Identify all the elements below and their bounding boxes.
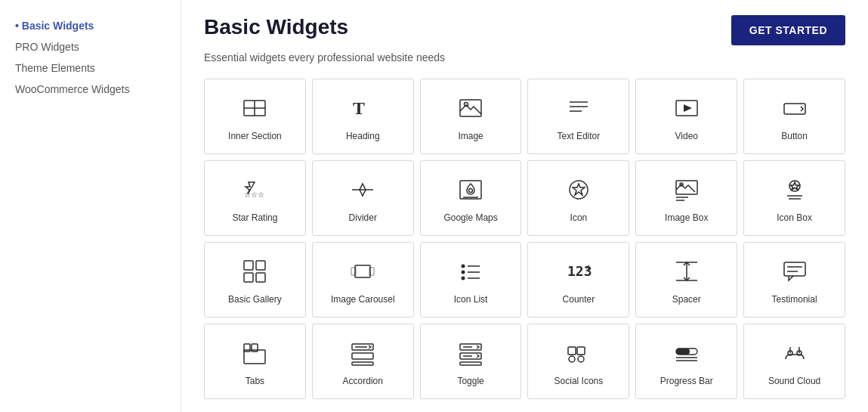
tabs-icon — [239, 338, 270, 368]
svg-rect-60 — [460, 362, 481, 365]
svg-rect-66 — [676, 348, 690, 355]
divider-icon — [348, 175, 378, 205]
widget-label-spacer: Spacer — [672, 294, 701, 306]
widget-card-image-box[interactable]: Image Box — [635, 160, 737, 236]
widget-label-icon-list: Icon List — [454, 294, 488, 306]
google-maps-icon — [456, 175, 486, 205]
svg-rect-46 — [784, 262, 805, 276]
widget-card-star-rating[interactable]: ☆☆☆Star Rating — [204, 160, 306, 236]
widget-label-progress-bar: Progress Bar — [660, 376, 713, 388]
widget-label-button: Button — [781, 131, 808, 143]
svg-rect-11 — [784, 104, 805, 114]
sidebar-item-basic-widgets[interactable]: Basic Widgets — [15, 15, 165, 36]
widget-card-counter[interactable]: 123Counter — [527, 242, 629, 318]
counter-icon: 123 — [564, 256, 594, 287]
svg-rect-61 — [568, 347, 576, 355]
svg-rect-33 — [355, 265, 370, 277]
widget-label-image-box: Image Box — [665, 212, 708, 225]
subtitle: Essential widgets every professional web… — [204, 51, 845, 64]
sound-cloud-icon — [780, 338, 810, 368]
widget-card-testimonial[interactable]: Testimonial — [743, 242, 845, 318]
widget-card-spacer[interactable]: Spacer — [635, 242, 737, 318]
widget-label-inner-section: Inner Section — [228, 131, 282, 143]
svg-point-17 — [469, 189, 473, 193]
social-icons-icon — [564, 338, 594, 368]
widget-card-basic-gallery[interactable]: Basic Gallery — [204, 242, 306, 318]
svg-rect-31 — [244, 273, 253, 282]
widget-label-image: Image — [458, 131, 483, 143]
widget-card-inner-section[interactable]: Inner Section — [204, 79, 306, 154]
heading-icon: T — [348, 93, 378, 123]
accordion-icon — [348, 338, 378, 368]
svg-rect-29 — [244, 261, 253, 270]
svg-rect-30 — [256, 261, 265, 270]
widget-card-icon-box[interactable]: Icon Box — [743, 160, 845, 236]
text-editor-icon — [564, 93, 594, 123]
svg-text:T: T — [353, 98, 365, 118]
widget-label-basic-gallery: Basic Gallery — [228, 294, 282, 306]
widget-card-heading[interactable]: THeading — [312, 79, 414, 154]
svg-marker-20 — [573, 184, 585, 195]
icon-icon — [564, 175, 594, 205]
widget-label-google-maps: Google Maps — [443, 212, 497, 225]
svg-point-63 — [569, 356, 575, 362]
widget-card-social-icons[interactable]: Social Icons — [527, 324, 629, 399]
progress-bar-icon — [672, 338, 702, 368]
svg-point-40 — [462, 277, 465, 280]
sidebar-item-woocommerce-widgets[interactable]: WooCommerce Widgets — [15, 79, 165, 100]
svg-rect-55 — [352, 362, 373, 365]
widget-label-icon-box: Icon Box — [777, 212, 812, 225]
widget-card-tabs[interactable]: Tabs — [204, 324, 306, 399]
widget-label-testimonial: Testimonial — [772, 294, 817, 306]
svg-marker-26 — [790, 182, 799, 190]
widget-label-counter: Counter — [563, 294, 595, 306]
svg-point-36 — [462, 265, 465, 268]
basic-gallery-icon — [239, 256, 270, 287]
widget-card-icon[interactable]: Icon — [527, 160, 629, 236]
widget-label-toggle: Toggle — [457, 376, 483, 388]
widget-label-heading: Heading — [346, 131, 380, 143]
widget-label-video: Video — [675, 131, 698, 143]
button-icon — [780, 93, 810, 123]
sidebar-item-pro-widgets[interactable]: PRO Widgets — [15, 36, 165, 57]
widget-card-text-editor[interactable]: Text Editor — [527, 79, 629, 154]
widget-card-button[interactable]: Button — [743, 79, 845, 154]
widget-card-sound-cloud[interactable]: Sound Cloud — [743, 324, 845, 399]
svg-point-38 — [462, 271, 465, 274]
star-rating-icon: ☆☆☆ — [239, 175, 270, 205]
svg-rect-32 — [256, 273, 265, 282]
icon-list-icon — [456, 256, 486, 287]
toggle-icon — [456, 338, 486, 368]
sidebar: Basic WidgetsPRO WidgetsTheme ElementsWo… — [0, 0, 181, 412]
sidebar-item-theme-elements[interactable]: Theme Elements — [15, 57, 165, 79]
page-title: Basic Widgets — [204, 15, 348, 39]
inner-section-icon — [239, 93, 270, 123]
widget-card-video[interactable]: Video — [635, 79, 737, 154]
widget-card-divider[interactable]: Divider — [312, 160, 414, 236]
widget-grid: Inner SectionTHeadingImageText EditorVid… — [204, 79, 845, 399]
image-box-icon — [672, 175, 702, 205]
svg-rect-54 — [352, 353, 373, 359]
widget-label-star-rating: Star Rating — [232, 212, 277, 225]
svg-text:☆☆☆: ☆☆☆ — [244, 191, 264, 199]
widget-label-tabs: Tabs — [246, 376, 264, 388]
widget-label-sound-cloud: Sound Cloud — [768, 376, 820, 388]
widget-label-icon: Icon — [570, 212, 588, 225]
widget-card-progress-bar[interactable]: Progress Bar — [635, 324, 737, 399]
widget-card-image[interactable]: Image — [420, 79, 522, 154]
get-started-button[interactable]: GET STARTED — [731, 15, 845, 45]
widget-label-social-icons: Social Icons — [554, 376, 604, 388]
svg-text:123: 123 — [567, 263, 592, 279]
widget-card-toggle[interactable]: Toggle — [420, 324, 522, 399]
image-carousel-icon — [348, 256, 378, 287]
svg-point-64 — [578, 356, 584, 362]
icon-box-icon — [780, 175, 810, 205]
widget-card-accordion[interactable]: Accordion — [312, 324, 414, 399]
svg-rect-62 — [577, 347, 585, 355]
widget-card-icon-list[interactable]: Icon List — [420, 242, 522, 318]
widget-card-image-carousel[interactable]: Image Carousel — [312, 242, 414, 318]
widget-label-image-carousel: Image Carousel — [331, 294, 395, 306]
main-content: Basic Widgets GET STARTED Essential widg… — [181, 0, 868, 412]
widget-card-google-maps[interactable]: Google Maps — [420, 160, 522, 236]
spacer-icon — [672, 256, 702, 287]
